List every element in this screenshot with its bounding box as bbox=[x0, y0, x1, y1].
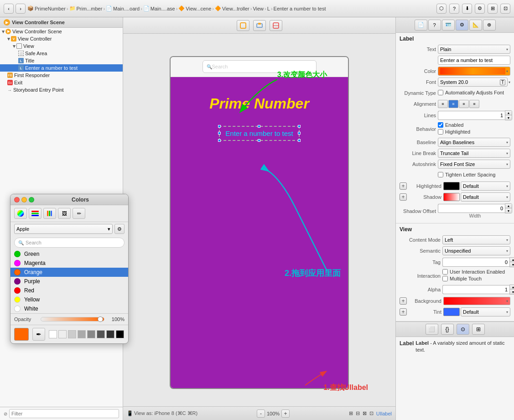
bottom-tab-grid[interactable]: ⊞ bbox=[472, 324, 485, 335]
text-value-input[interactable] bbox=[438, 56, 510, 65]
background-plus-button[interactable]: + bbox=[400, 297, 407, 305]
color-item-orange[interactable]: Orange bbox=[10, 268, 128, 277]
breadcrumb-item-5[interactable]: 🔶 View...cene bbox=[178, 5, 211, 11]
share-button[interactable]: ⬡ bbox=[436, 4, 447, 14]
close-button[interactable] bbox=[14, 197, 20, 202]
color-tab-image[interactable]: 🖼 bbox=[58, 208, 71, 219]
align-justify-button[interactable]: ≡ bbox=[469, 100, 479, 108]
shadow-dropdown[interactable]: Default ▾ bbox=[461, 192, 510, 202]
color-tab-wheel[interactable] bbox=[14, 208, 27, 219]
zoom-plus-button[interactable]: + bbox=[281, 410, 290, 418]
handle-mr[interactable] bbox=[298, 132, 301, 135]
handle-br[interactable] bbox=[298, 139, 301, 142]
breadcrumb-item-6[interactable]: 🔶 View...troller bbox=[215, 5, 249, 11]
palette-cell-6[interactable] bbox=[97, 330, 105, 338]
shadow-width-input[interactable] bbox=[438, 204, 505, 213]
handle-tm[interactable] bbox=[258, 125, 260, 128]
handle-tl[interactable] bbox=[218, 125, 221, 128]
color-item-magenta[interactable]: Magenta bbox=[10, 259, 128, 268]
color-selector-dropdown[interactable]: Apple ▾ bbox=[14, 224, 113, 234]
breadcrumb-item-7[interactable]: View bbox=[253, 6, 264, 11]
enabled-checkbox[interactable] bbox=[438, 122, 443, 128]
tree-item-storyboard-entry[interactable]: → Storyboard Entry Point bbox=[0, 86, 123, 93]
color-tab-crayons[interactable] bbox=[43, 208, 56, 219]
tree-item-view[interactable]: ▶ View bbox=[0, 42, 123, 50]
tab-identity[interactable]: 🪪 bbox=[442, 20, 455, 31]
help-button[interactable]: ? bbox=[449, 4, 459, 14]
highlighted-color-dropdown[interactable]: Default ▾ bbox=[461, 181, 510, 191]
highlighted-color-swatch[interactable] bbox=[443, 182, 460, 190]
tab-connections[interactable]: ⊕ bbox=[483, 20, 496, 31]
tint-dropdown[interactable]: Default ▾ bbox=[461, 307, 510, 316]
tag-input[interactable] bbox=[442, 258, 509, 267]
tree-item-safe-area[interactable]: ⬜ Safe Area bbox=[0, 50, 123, 57]
multi-touch-checkbox[interactable] bbox=[442, 276, 448, 281]
palette-cell-1[interactable] bbox=[49, 330, 57, 338]
alpha-input[interactable] bbox=[442, 285, 509, 294]
color-item-green[interactable]: Green bbox=[10, 249, 128, 259]
handle-ml[interactable] bbox=[218, 132, 221, 135]
minimize-button[interactable] bbox=[21, 197, 27, 202]
alpha-increment[interactable]: ▲ bbox=[510, 285, 514, 290]
alpha-decrement[interactable]: ▼ bbox=[510, 290, 514, 294]
tint-plus-button[interactable]: + bbox=[400, 308, 407, 316]
canvas-btn-1[interactable] bbox=[237, 20, 249, 31]
canvas-btn-3[interactable] bbox=[270, 20, 282, 31]
shadow-plus-button[interactable]: + bbox=[400, 193, 407, 201]
tab-attributes[interactable]: ⚙ bbox=[456, 20, 468, 31]
breadcrumb-item-2[interactable]: 📁 Prim...mber bbox=[69, 5, 103, 11]
tree-item-view-controller[interactable]: ▶ V View Controller bbox=[0, 35, 123, 42]
color-swatch-button[interactable]: ▾ bbox=[438, 67, 510, 76]
current-color-swatch[interactable] bbox=[14, 328, 29, 341]
align-center-button[interactable]: ≡ bbox=[448, 100, 458, 108]
opacity-slider[interactable] bbox=[41, 317, 104, 321]
download-button[interactable]: ⬇ bbox=[462, 4, 472, 14]
tab-size[interactable]: 📐 bbox=[469, 20, 482, 31]
shadow-width-increment[interactable]: ▲ bbox=[505, 204, 512, 208]
tint-color-swatch[interactable] bbox=[443, 308, 460, 316]
tree-item-vc-scene[interactable]: ▶ ▶ View Controller Scene bbox=[0, 28, 123, 35]
shadow-color-swatch[interactable] bbox=[443, 193, 460, 201]
eyedropper-button[interactable]: ✒ bbox=[32, 328, 45, 341]
canvas-btn-2[interactable] bbox=[253, 20, 266, 31]
maximize-button[interactable] bbox=[29, 197, 34, 202]
opacity-thumb[interactable] bbox=[98, 316, 103, 322]
tree-item-enter-label[interactable]: L Eenter a number to test bbox=[0, 64, 123, 72]
color-settings-button[interactable]: ⚙ bbox=[114, 224, 125, 234]
grid-icon[interactable]: ⊞ bbox=[349, 410, 353, 416]
tab-file[interactable]: 📄 bbox=[415, 20, 427, 31]
handle-bl[interactable] bbox=[218, 139, 221, 142]
tag-decrement[interactable]: ▼ bbox=[510, 262, 514, 267]
color-item-purple[interactable]: Purple bbox=[10, 277, 128, 286]
text-dropdown[interactable]: Plain ▾ bbox=[438, 45, 510, 54]
layout-icon[interactable]: ⊟ bbox=[356, 410, 360, 416]
text-type-dropdown[interactable]: Plain ▾ bbox=[438, 45, 510, 54]
color-tab-sliders[interactable] bbox=[29, 208, 42, 219]
handle-bm[interactable] bbox=[258, 139, 260, 142]
breadcrumb-item-8[interactable]: L bbox=[267, 6, 270, 11]
palette-cell-7[interactable] bbox=[106, 330, 114, 338]
shadow-width-decrement[interactable]: ▼ bbox=[505, 208, 512, 213]
handle-tr[interactable] bbox=[298, 125, 301, 128]
breadcrumb-item-4[interactable]: 📄 Main....ase bbox=[143, 5, 175, 11]
filter-input[interactable] bbox=[9, 409, 119, 418]
palette-cell-5[interactable] bbox=[87, 330, 95, 338]
lines-increment-button[interactable]: ▲ bbox=[505, 111, 512, 115]
uilabel-icon[interactable]: UIlabel bbox=[376, 411, 392, 416]
palette-cell-3[interactable] bbox=[68, 330, 76, 338]
nav-back-button[interactable]: ‹ bbox=[4, 4, 14, 14]
font-dropdown[interactable]: System 20.0 T bbox=[438, 78, 508, 87]
tree-item-first-responder[interactable]: FR First Responder bbox=[0, 72, 123, 79]
align-right-button[interactable]: ≡ bbox=[459, 100, 469, 108]
expand-button[interactable]: ⊡ bbox=[500, 4, 510, 14]
palette-cell-4[interactable] bbox=[78, 330, 86, 338]
color-item-yellow[interactable]: Yellow bbox=[10, 295, 128, 304]
layout-button[interactable]: ⊞ bbox=[488, 4, 498, 14]
tab-quick-help[interactable]: ? bbox=[428, 20, 441, 31]
zoom-minus-button[interactable]: - bbox=[257, 410, 265, 418]
tree-item-title[interactable]: L Title bbox=[0, 57, 123, 64]
dynamic-type-checkbox[interactable] bbox=[438, 90, 443, 95]
align-left-button[interactable]: ≡ bbox=[438, 100, 448, 108]
tighten-checkbox[interactable] bbox=[438, 172, 443, 177]
canvas-icon[interactable]: ⊡ bbox=[369, 410, 374, 416]
